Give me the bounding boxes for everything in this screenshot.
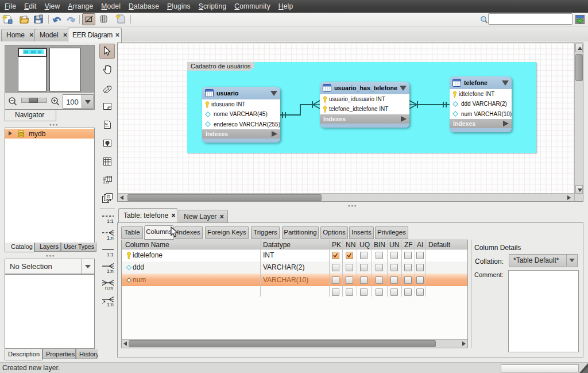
svg-text:n:m: n:m (105, 285, 113, 291)
svg-text:1:1: 1:1 (107, 218, 114, 224)
svg-text:N: N (105, 122, 107, 126)
svg-text:1:n: 1:n (107, 302, 114, 307)
svg-text:1:n: 1:n (107, 235, 114, 241)
svg-text:1:1: 1:1 (107, 252, 114, 257)
svg-text:1:n: 1:n (107, 268, 114, 274)
